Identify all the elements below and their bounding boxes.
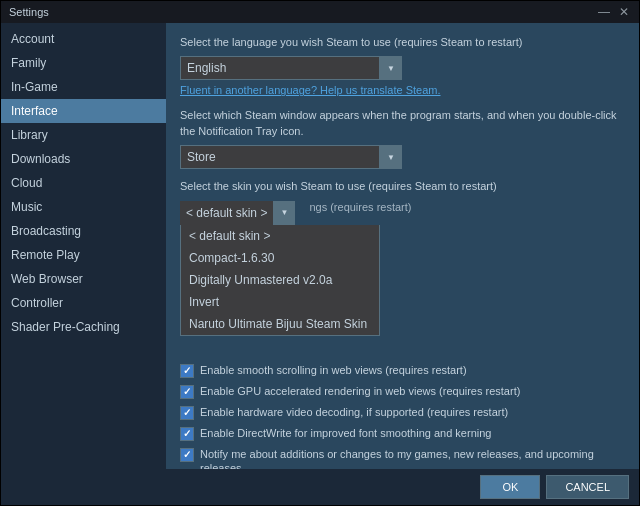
sidebar-item-web-browser[interactable]: Web Browser <box>1 267 166 291</box>
cancel-button[interactable]: CANCEL <box>546 475 629 499</box>
titlebar: Settings — ✕ <box>1 1 639 23</box>
close-button[interactable]: ✕ <box>617 5 631 19</box>
sidebar-item-shader-pre-caching[interactable]: Shader Pre-Caching <box>1 315 166 339</box>
window-label: Select which Steam window appears when t… <box>180 108 625 139</box>
label-notify: Notify me about additions or changes to … <box>200 447 625 469</box>
sidebar-item-interface[interactable]: Interface <box>1 99 166 123</box>
checkbox-row-gpu: Enable GPU accelerated rendering in web … <box>180 384 625 399</box>
skin-dropdown-container: < default skin > < default skin > Compac… <box>180 201 295 225</box>
checkbox-notify[interactable] <box>180 448 194 462</box>
sidebar-item-account[interactable]: Account <box>1 27 166 51</box>
skin-option-default[interactable]: < default skin > <box>181 225 379 247</box>
skin-dropdown[interactable]: < default skin > <box>180 201 295 225</box>
sidebar-item-controller[interactable]: Controller <box>1 291 166 315</box>
sidebar-item-downloads[interactable]: Downloads <box>1 147 166 171</box>
sidebar-item-family[interactable]: Family <box>1 51 166 75</box>
sidebar-item-music[interactable]: Music <box>1 195 166 219</box>
sidebar-item-broadcasting[interactable]: Broadcasting <box>1 219 166 243</box>
checkbox-hw-video[interactable] <box>180 406 194 420</box>
window-dropdown[interactable]: Store <box>180 145 380 169</box>
skin-option-invert[interactable]: Invert <box>181 291 379 313</box>
checkbox-row-directwrite: Enable DirectWrite for improved font smo… <box>180 426 625 441</box>
checkboxes-section: Enable smooth scrolling in web views (re… <box>180 363 625 469</box>
window-dropdown-container: Store <box>180 145 625 169</box>
sidebar-item-remote-play[interactable]: Remote Play <box>1 243 166 267</box>
sidebar-item-library[interactable]: Library <box>1 123 166 147</box>
window-section: Select which Steam window appears when t… <box>180 108 625 169</box>
skin-label: Select the skin you wish Steam to use (r… <box>180 179 625 194</box>
label-gpu: Enable GPU accelerated rendering in web … <box>200 384 520 398</box>
skin-section: Select the skin you wish Steam to use (r… <box>180 179 625 224</box>
language-section: Select the language you wish Steam to us… <box>180 35 625 96</box>
language-label: Select the language you wish Steam to us… <box>180 35 625 50</box>
label-hw-video: Enable hardware video decoding, if suppo… <box>200 405 508 419</box>
translate-link[interactable]: Fluent in another language? Help us tran… <box>180 84 625 96</box>
main-content: Account Family In-Game Interface Library… <box>1 23 639 469</box>
language-dropdown-container: English <box>180 56 625 80</box>
window-title: Settings <box>9 6 49 18</box>
window-dropdown-arrow[interactable] <box>380 145 402 169</box>
checkbox-smooth-scroll[interactable] <box>180 364 194 378</box>
sidebar-item-ingame[interactable]: In-Game <box>1 75 166 99</box>
skin-option-naruto[interactable]: Naruto Ultimate Bijuu Steam Skin <box>181 313 379 335</box>
sidebar: Account Family In-Game Interface Library… <box>1 23 166 469</box>
ok-button[interactable]: OK <box>480 475 540 499</box>
titlebar-controls: — ✕ <box>597 5 631 19</box>
skin-option-digitally[interactable]: Digitally Unmastered v2.0a <box>181 269 379 291</box>
skin-options-list: < default skin > Compact-1.6.30 Digitall… <box>180 225 380 336</box>
checkbox-row-notify: Notify me about additions or changes to … <box>180 447 625 469</box>
sidebar-item-cloud[interactable]: Cloud <box>1 171 166 195</box>
skin-option-compact[interactable]: Compact-1.6.30 <box>181 247 379 269</box>
label-directwrite: Enable DirectWrite for improved font smo… <box>200 426 491 440</box>
skin-dropdown-arrow[interactable] <box>273 201 295 225</box>
skin-note: ngs (requires restart) <box>309 201 411 213</box>
footer: OK CANCEL <box>1 469 639 505</box>
language-dropdown-arrow[interactable] <box>380 56 402 80</box>
checkbox-row-smooth-scroll: Enable smooth scrolling in web views (re… <box>180 363 625 378</box>
checkbox-gpu[interactable] <box>180 385 194 399</box>
settings-window: Settings — ✕ Account Family In-Game Inte… <box>0 0 640 506</box>
language-dropdown[interactable]: English <box>180 56 380 80</box>
checkbox-directwrite[interactable] <box>180 427 194 441</box>
content-area: Select the language you wish Steam to us… <box>166 23 639 469</box>
skin-selected: < default skin > <box>180 201 273 225</box>
checkbox-row-hw-video: Enable hardware video decoding, if suppo… <box>180 405 625 420</box>
label-smooth-scroll: Enable smooth scrolling in web views (re… <box>200 363 467 377</box>
minimize-button[interactable]: — <box>597 5 611 19</box>
